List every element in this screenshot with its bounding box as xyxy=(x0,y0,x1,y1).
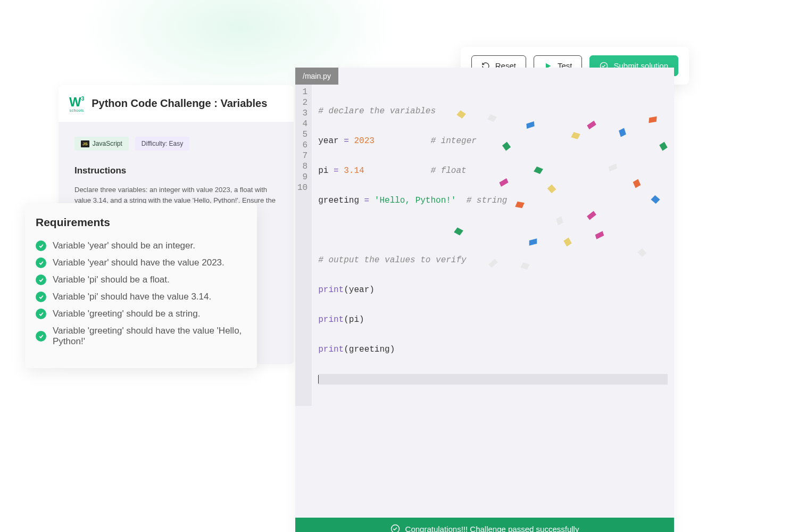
check-icon xyxy=(36,275,46,285)
code-editor[interactable]: 12345678910 # declare the variables year… xyxy=(295,85,674,406)
requirements-panel: Requirements Variable 'year' should be a… xyxy=(25,203,257,368)
check-icon xyxy=(36,257,46,268)
language-tag: JS JavaScript xyxy=(74,137,129,151)
challenge-header: W3 schools Python Code Challenge : Varia… xyxy=(59,85,294,122)
challenge-title: Python Code Challenge : Variables xyxy=(92,97,267,110)
requirements-list: Variable 'year' should be an integer. Va… xyxy=(36,240,246,347)
requirement-item: Variable 'year' should have the value 20… xyxy=(36,257,246,268)
check-icon xyxy=(36,292,46,302)
requirement-item: Variable 'greeting' should have the valu… xyxy=(36,326,246,347)
svg-point-1 xyxy=(391,525,399,533)
requirement-item: Variable 'year' should be an integer. xyxy=(36,240,246,251)
check-icon xyxy=(36,240,46,251)
requirement-item: Variable 'greeting' should be a string. xyxy=(36,309,246,319)
w3schools-logo: W3 schools xyxy=(69,95,84,112)
check-circle-icon xyxy=(390,524,400,532)
code-content[interactable]: # declare the variables year = 2023 # in… xyxy=(312,85,674,406)
editor-panel: /main.py 12345678910 # declare the varia… xyxy=(295,68,674,532)
instructions-heading: Instructions xyxy=(74,165,278,176)
success-banner: Congratulations!!! Challenge passed succ… xyxy=(295,518,674,532)
check-icon xyxy=(36,331,46,342)
requirement-item: Variable 'pi' should have the value 3.14… xyxy=(36,292,246,302)
requirements-heading: Requirements xyxy=(36,216,246,229)
editor-tab[interactable]: /main.py xyxy=(295,68,338,85)
js-icon: JS xyxy=(81,140,89,147)
check-icon xyxy=(36,309,46,319)
line-gutter: 12345678910 xyxy=(295,85,312,406)
difficulty-tag: Difficulty: Easy xyxy=(135,137,189,151)
requirement-item: Variable 'pi' should be a float. xyxy=(36,275,246,285)
